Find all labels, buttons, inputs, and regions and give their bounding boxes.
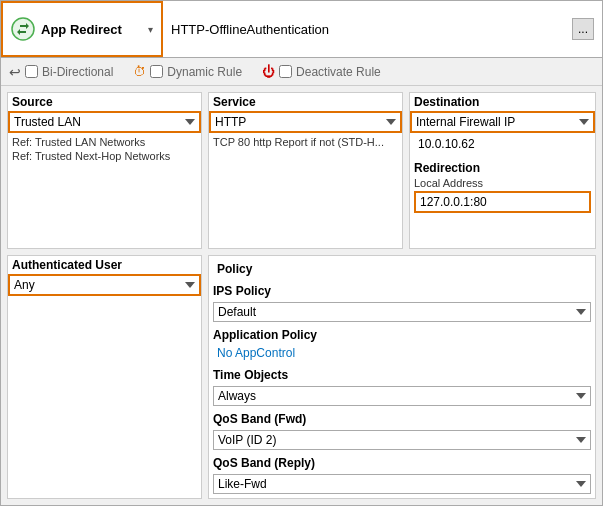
source-list: Ref: Trusted LAN Networks Ref: Trusted N… xyxy=(8,133,201,248)
auth-panel: Authenticated User Any xyxy=(7,255,202,499)
power-icon: ⏻ xyxy=(262,64,275,79)
local-address-input[interactable] xyxy=(414,191,591,213)
qos-fwd-select[interactable]: VoIP (ID 2) xyxy=(213,430,591,450)
service-list: TCP 80 http Report if not (STD-H... xyxy=(209,133,402,248)
deactivate-rule-checkbox[interactable] xyxy=(279,65,292,78)
auth-select[interactable]: Any xyxy=(8,274,201,296)
rule-name-area: HTTP-OfflineAuthentication ... xyxy=(163,1,602,57)
svg-point-0 xyxy=(12,18,34,40)
redirection-title: Redirection xyxy=(414,161,591,175)
service-panel: Service HTTP TCP 80 http Report if not (… xyxy=(208,92,403,249)
dynamic-rule-label: Dynamic Rule xyxy=(167,65,242,79)
application-policy-value: No AppControl xyxy=(213,344,591,362)
redirection-section: Redirection Local Address xyxy=(414,161,591,213)
list-item: Ref: Trusted Next-Hop Networks xyxy=(12,149,197,163)
app-redirect-label: App Redirect xyxy=(41,22,142,37)
top-bar: App Redirect ▾ HTTP-OfflineAuthenticatio… xyxy=(1,1,602,58)
destination-content: 10.0.10.62 Redirection Local Address xyxy=(410,133,595,248)
ips-policy-select[interactable]: Default xyxy=(213,302,591,322)
ellipsis-button[interactable]: ... xyxy=(572,18,594,40)
time-objects-select[interactable]: Always xyxy=(213,386,591,406)
deactivate-rule-option: ⏻ Deactivate Rule xyxy=(262,64,381,79)
dynamic-rule-checkbox[interactable] xyxy=(150,65,163,78)
destination-title: Destination xyxy=(410,93,595,111)
policy-main-title: Policy xyxy=(213,260,591,278)
bidirectional-checkbox[interactable] xyxy=(25,65,38,78)
qos-fwd-label: QoS Band (Fwd) xyxy=(213,412,591,426)
qos-reply-label: QoS Band (Reply) xyxy=(213,456,591,470)
bottom-row: Authenticated User Any Policy IPS Policy… xyxy=(7,255,596,499)
rule-name-text: HTTP-OfflineAuthentication xyxy=(171,22,572,37)
list-item: TCP 80 http Report if not (STD-H... xyxy=(213,135,398,149)
top-row: Source Trusted LAN Ref: Trusted LAN Netw… xyxy=(7,92,596,249)
source-panel: Source Trusted LAN Ref: Trusted LAN Netw… xyxy=(7,92,202,249)
service-title: Service xyxy=(209,93,402,111)
content-area: Source Trusted LAN Ref: Trusted LAN Netw… xyxy=(1,86,602,505)
source-title: Source xyxy=(8,93,201,111)
auth-title: Authenticated User xyxy=(8,256,201,274)
app-redirect-button[interactable]: App Redirect ▾ xyxy=(1,1,163,57)
app-redirect-icon xyxy=(11,17,35,41)
destination-select[interactable]: Internal Firewall IP xyxy=(410,111,595,133)
main-container: App Redirect ▾ HTTP-OfflineAuthenticatio… xyxy=(0,0,603,506)
back-icon: ↩ xyxy=(9,64,21,80)
qos-reply-select[interactable]: Like-Fwd xyxy=(213,474,591,494)
policy-panel: Policy IPS Policy Default Application Po… xyxy=(208,255,596,499)
ips-policy-label: IPS Policy xyxy=(213,284,591,298)
app-redirect-arrow: ▾ xyxy=(148,24,153,35)
options-bar: ↩ Bi-Directional ⏱ Dynamic Rule ⏻ Deacti… xyxy=(1,58,602,86)
bidirectional-label: Bi-Directional xyxy=(42,65,113,79)
back-option: ↩ Bi-Directional xyxy=(9,64,113,80)
list-item: Ref: Trusted LAN Networks xyxy=(12,135,197,149)
destination-ip: 10.0.10.62 xyxy=(414,135,591,153)
timer-icon: ⏱ xyxy=(133,64,146,79)
service-select[interactable]: HTTP xyxy=(209,111,402,133)
local-address-label: Local Address xyxy=(414,177,591,189)
destination-panel: Destination Internal Firewall IP 10.0.10… xyxy=(409,92,596,249)
source-select[interactable]: Trusted LAN xyxy=(8,111,201,133)
deactivate-rule-label: Deactivate Rule xyxy=(296,65,381,79)
application-policy-label: Application Policy xyxy=(213,328,591,342)
time-objects-label: Time Objects xyxy=(213,368,591,382)
dynamic-rule-option: ⏱ Dynamic Rule xyxy=(133,64,242,79)
